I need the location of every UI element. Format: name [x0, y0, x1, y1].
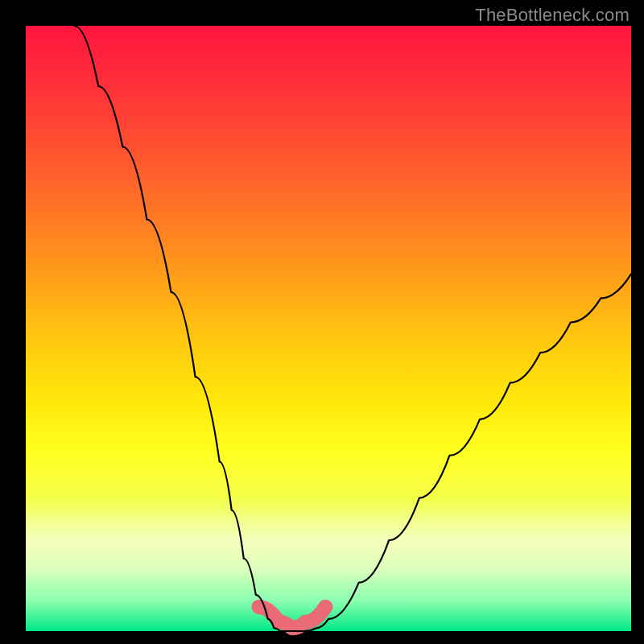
- band-endcap-right: [318, 600, 332, 614]
- watermark-text: TheBottleneck.com: [475, 5, 630, 26]
- bottleneck-curve: [74, 26, 631, 631]
- plot-area: [26, 26, 631, 631]
- optimal-range-band: [259, 607, 326, 628]
- chart-frame: TheBottleneck.com: [0, 0, 644, 644]
- curve-layer: [26, 26, 631, 631]
